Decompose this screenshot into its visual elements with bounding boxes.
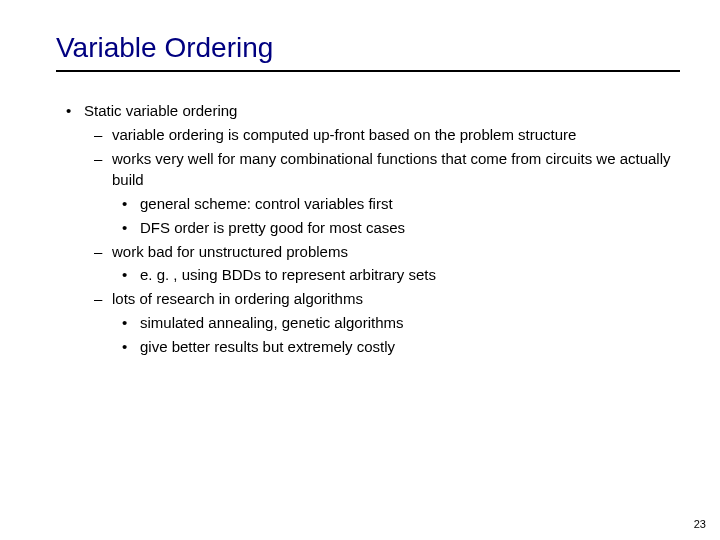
bullet-l3: DFS order is pretty good for most cases: [112, 217, 680, 239]
bullet-text: DFS order is pretty good for most cases: [140, 219, 405, 236]
bullet-text: give better results but extremely costly: [140, 338, 395, 355]
bullet-text: variable ordering is computed up-front b…: [112, 126, 576, 143]
bullet-text: lots of research in ordering algorithms: [112, 290, 363, 307]
bullet-l3: e. g. , using BDDs to represent arbitrar…: [112, 264, 680, 286]
bullet-text: general scheme: control variables first: [140, 195, 393, 212]
bullet-l2: variable ordering is computed up-front b…: [84, 124, 680, 146]
bullet-l1: Static variable ordering variable orderi…: [56, 100, 680, 357]
bullet-l2: work bad for unstructured problems e. g.…: [84, 241, 680, 287]
bullet-l3: general scheme: control variables first: [112, 193, 680, 215]
bullet-l2: lots of research in ordering algorithms …: [84, 288, 680, 357]
slide: Variable Ordering Static variable orderi…: [0, 0, 720, 540]
slide-content: Static variable ordering variable orderi…: [56, 100, 680, 357]
bullet-l2: works very well for many combinational f…: [84, 148, 680, 239]
bullet-text: Static variable ordering: [84, 102, 237, 119]
bullet-text: simulated annealing, genetic algorithms: [140, 314, 404, 331]
bullet-text: e. g. , using BDDs to represent arbitrar…: [140, 266, 436, 283]
bullet-text: work bad for unstructured problems: [112, 243, 348, 260]
bullet-text: works very well for many combinational f…: [112, 150, 671, 189]
page-number: 23: [694, 518, 706, 530]
slide-title: Variable Ordering: [56, 32, 680, 64]
bullet-l3: give better results but extremely costly: [112, 336, 680, 358]
bullet-l3: simulated annealing, genetic algorithms: [112, 312, 680, 334]
title-underline: [56, 70, 680, 72]
